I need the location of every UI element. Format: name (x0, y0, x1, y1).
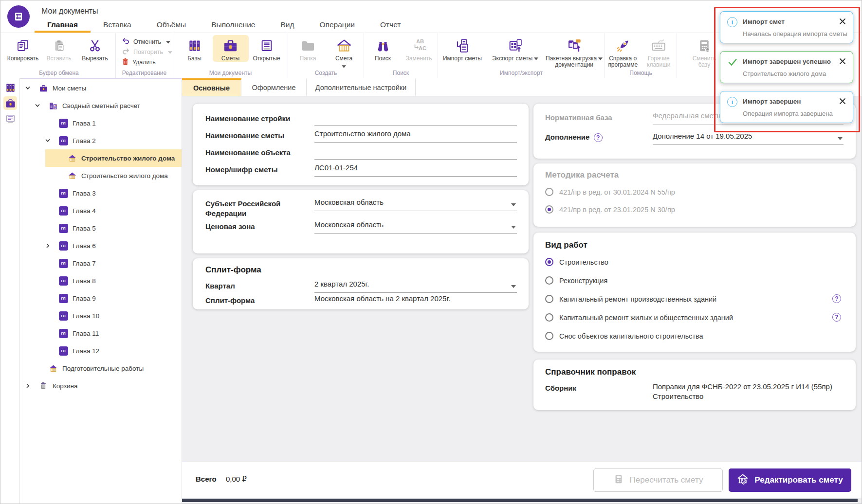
tree-item-label: Глава 7 (73, 260, 96, 267)
estimates-label: Сметы (221, 55, 239, 62)
export-estimate-button[interactable]: Экспорт сметы (487, 35, 544, 62)
redo-button[interactable]: Повторить (116, 47, 173, 57)
import-estimate-button[interactable]: Импорт сметы (438, 35, 487, 62)
redo-dropdown-icon[interactable] (168, 49, 172, 55)
tree-item-chapter-4[interactable]: глГлава 4 (20, 202, 182, 219)
tab-otchet[interactable]: Отчет (367, 18, 413, 33)
tree-item-chapter-9[interactable]: глГлава 9 (20, 289, 182, 307)
tree-item-house-2[interactable]: Строительство жилого дома (20, 167, 182, 184)
rail-bases-icon[interactable] (3, 81, 17, 94)
tree-item-chapter-2[interactable]: гл Глава 2 (20, 132, 182, 149)
close-icon[interactable] (839, 18, 846, 25)
tab-osnovnye[interactable]: Основные (182, 78, 241, 96)
method-radio-30pr[interactable]: 421/пр в ред. от 23.01.2025 N 30/пр (545, 205, 675, 214)
work-radio-reconstruction[interactable]: Реконструкция (545, 276, 607, 285)
work-radio-demolition[interactable]: Снос объектов капитального строительства (545, 332, 703, 340)
method-radio-55pr[interactable]: 421/пр в ред. от 30.01.2024 N 55/пр (545, 188, 675, 196)
work-radio-construction[interactable]: Строительство (545, 258, 608, 266)
tree-item-trash[interactable]: Корзина (20, 377, 182, 395)
tab-vypolnenie[interactable]: Выполнение (199, 18, 268, 33)
number-input[interactable]: ЛС01-01-254 (314, 163, 517, 177)
hotkeys-button[interactable]: Горячиеклавиши (641, 35, 677, 68)
paste-button[interactable]: Вставить (41, 35, 77, 62)
tab-oformlenie[interactable]: Оформление (241, 78, 307, 96)
tab-vid[interactable]: Вид (268, 18, 307, 33)
tree-item-house-selected[interactable]: Строительство жилого дома (45, 149, 182, 167)
supplement-select[interactable]: Дополнение 14 от 19.05.2025 (653, 132, 844, 145)
help-icon[interactable]: ? (832, 313, 841, 322)
undo-dropdown-icon[interactable] (166, 38, 170, 45)
switch-base-button[interactable]: Сменитьбазу (686, 35, 722, 68)
tree-item-chapter-1[interactable]: гл Глава 1 (20, 114, 182, 132)
card-calc-method: Методика расчета 421/пр в ред. от 30.01.… (533, 163, 856, 227)
chevron-down-icon[interactable] (44, 137, 52, 144)
cut-button[interactable]: Вырезать (77, 35, 113, 62)
recalculate-button[interactable]: Пересчитать смету (593, 468, 723, 492)
tab-vstavka[interactable]: Вставка (91, 18, 144, 33)
stroyka-input[interactable] (314, 112, 517, 126)
export-dropdown-icon[interactable] (534, 55, 538, 62)
tree-item-chapter-5[interactable]: глГлава 5 (20, 219, 182, 237)
help-icon[interactable]: ? (594, 133, 603, 142)
estimate-create-button[interactable]: Смета (326, 35, 362, 70)
work-radio-capital-residential[interactable]: Капитальный ремонт жилых и общественных … (545, 313, 733, 322)
quarter-select[interactable]: 2 квартал 2025г. (314, 280, 517, 293)
search-button[interactable]: Поиск (365, 35, 401, 62)
tree-item-chapter-3[interactable]: глГлава 3 (20, 184, 182, 202)
tree-item-chapter-12[interactable]: глГлава 12 (20, 342, 182, 360)
tab-operacii[interactable]: Операции (307, 18, 367, 33)
tree-item-label: Строительство жилого дома (81, 172, 168, 180)
tab-glavnaya[interactable]: Главная (35, 18, 91, 33)
toast-message: Строительство жилого дома (743, 70, 826, 77)
object-name-input[interactable] (314, 146, 517, 160)
tree-item-label: Глава 11 (73, 330, 99, 337)
close-icon[interactable] (839, 57, 846, 65)
chapter-icon: гл (58, 328, 68, 338)
help-icon[interactable]: ? (832, 294, 841, 303)
toast-message: Началась операция импорта сметы (743, 30, 847, 37)
undo-button[interactable]: Отменить (116, 36, 173, 47)
tree-item-chapter-10[interactable]: глГлава 10 (20, 307, 182, 324)
delete-button[interactable]: Удалить (116, 57, 173, 67)
about-button[interactable]: Справка опрограмме (605, 35, 641, 68)
quarter-label: Квартал (205, 282, 235, 290)
chevron-right-icon[interactable] (24, 382, 32, 390)
region-select[interactable]: Московская область (314, 198, 517, 211)
tree-item-chapter-6[interactable]: гл Глава 6 (20, 237, 182, 254)
folder-button[interactable]: Папка (290, 35, 326, 62)
tree-item-chapter-7[interactable]: глГлава 7 (20, 254, 182, 272)
split-section-title: Сплит-форма (205, 265, 261, 275)
redo-icon (122, 47, 130, 57)
tree-item-label: Глава 9 (73, 295, 96, 302)
edit-estimate-button[interactable]: Редактировать смету (729, 468, 851, 492)
batch-export-button[interactable]: Пакетная выгрузкадокументации (544, 35, 605, 68)
opened-button[interactable]: Открытые (249, 35, 285, 62)
tree-item-chapter-8[interactable]: глГлава 8 (20, 272, 182, 289)
tree-item-label: Глава 1 (73, 120, 96, 127)
chevron-down-icon[interactable] (34, 102, 41, 109)
tree-item-summary-calc[interactable]: Сводный сметный расчет (20, 97, 182, 114)
price-zone-select[interactable]: Московская область (314, 220, 517, 234)
chevron-right-icon[interactable] (44, 242, 52, 250)
estimates-button[interactable]: Сметы (213, 35, 249, 62)
tree-item-my-estimates[interactable]: Мои сметы (20, 79, 182, 97)
close-icon[interactable] (839, 97, 846, 105)
tab-dop-nastroyki[interactable]: Дополнительные настройки (307, 78, 416, 96)
tree-item-chapter-11[interactable]: глГлава 11 (20, 324, 182, 342)
tree-item-prep-works[interactable]: Подготовительные работы (20, 360, 182, 377)
radio-selected-icon (545, 205, 553, 214)
batch-dropdown-icon[interactable] (598, 55, 603, 62)
replace-button[interactable]: ABAC Заменить (401, 35, 437, 62)
rail-estimates-icon[interactable] (3, 96, 17, 110)
tab-obyomy[interactable]: Объёмы (144, 18, 199, 33)
bases-button[interactable]: Базы (177, 35, 213, 62)
work-radio-capital-industrial[interactable]: Капитальный ремонт производственных здан… (545, 295, 716, 303)
chevron-down-icon[interactable] (24, 84, 32, 92)
estimate-dropdown-icon[interactable] (342, 63, 346, 70)
rail-documents-icon[interactable] (3, 112, 17, 126)
copy-button[interactable]: Копировать (5, 35, 41, 62)
group-label-import-export: Импорт/экспорт (438, 70, 605, 76)
radio-icon (545, 276, 553, 285)
group-label-my-documents: Мои документы (173, 70, 288, 76)
smeta-name-input[interactable]: Строительство жилого дома (314, 129, 517, 143)
